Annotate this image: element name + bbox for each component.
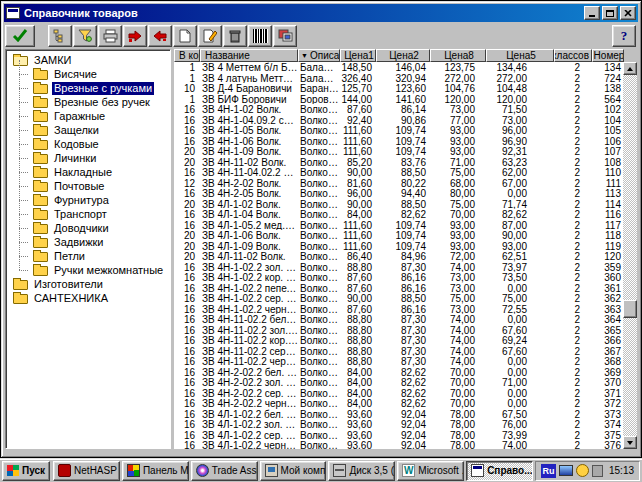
- table-row[interactable]: 16 ЗВ 4Н-2-02.2 сер. Волк. Волковь… 84,0…: [174, 388, 623, 399]
- table-row[interactable]: 16 ЗВ 4Н-11-04.02.2 мед.р… Волковь… 90,0…: [174, 167, 623, 178]
- tree-item[interactable]: Фурнитура: [7, 193, 169, 207]
- table-row[interactable]: 16 ЗВ 4Н-1-05 Волк. Волковь… 111,60 109,…: [174, 125, 623, 136]
- table-row[interactable]: 16 ЗВ 4Н-1-02 Волк. Волковь… 87,60 86,14…: [174, 104, 623, 115]
- table-row[interactable]: 1 ЗВ 4 латунь Меттем б/… Балашиха 326,40…: [174, 73, 623, 84]
- delete-button[interactable]: [223, 25, 247, 47]
- table-row[interactable]: 16 ЗВ 4Л-1-02.2 зол. Волк. Волковь… 93,6…: [174, 419, 623, 430]
- tree-item-label[interactable]: Врезные без ручек: [52, 96, 152, 109]
- table-row[interactable]: 16 ЗВ 4Н-2-05 Волк. Волковь… 96,00 94,40…: [174, 188, 623, 199]
- table-row[interactable]: 16 ЗВ 4Л-1-02.2 черн. Волк. Волковь… 93,…: [174, 440, 623, 449]
- column-header[interactable]: Цена1: [340, 49, 376, 62]
- tree-item[interactable]: Висячие: [7, 67, 169, 81]
- column-header[interactable]: к классов: [554, 49, 592, 62]
- table-row[interactable]: 12 ЗВ 4Н-2-02 Волк. Волковь… 81,60 80,22…: [174, 178, 623, 189]
- table-row[interactable]: 1 ЗВ БИФ Боровичи Боровичи 144,00 141,60…: [174, 94, 623, 105]
- keyboard-layout-indicator[interactable]: Ru: [541, 464, 556, 478]
- barcode-button[interactable]: [248, 25, 272, 47]
- task-button[interactable]: Диск 3,5 (...: [328, 461, 395, 481]
- tree-item[interactable]: САНТЕХНИКА: [7, 291, 169, 305]
- scrollbar-thumb[interactable]: [623, 300, 637, 318]
- help-button[interactable]: ?: [612, 25, 636, 47]
- tree-item-label[interactable]: Кодовые: [52, 138, 101, 151]
- titlebar[interactable]: Справочник товаров: [4, 4, 638, 22]
- tree-item[interactable]: Изготовители: [7, 277, 169, 291]
- tree-item-label[interactable]: Изготовители: [32, 278, 105, 291]
- scroll-down-button[interactable]: [623, 436, 637, 449]
- table-row[interactable]: 20 ЗВ 4Л-1-06 Волк. Волковь… 111,60 109,…: [174, 230, 623, 241]
- table-row[interactable]: 1 ЗВ 4 Меттем б/л Б-ха Балашиха 148,50 1…: [174, 62, 623, 73]
- display-icon[interactable]: [559, 465, 573, 476]
- tree-item-label[interactable]: Личинки: [52, 152, 98, 165]
- new-document-button[interactable]: [173, 25, 197, 47]
- tree-item-label[interactable]: Накладные: [52, 166, 114, 179]
- minimize-button[interactable]: [584, 6, 600, 20]
- color-cards-button[interactable]: [273, 25, 297, 47]
- tree-item[interactable]: Петли: [7, 249, 169, 263]
- table-row[interactable]: 16 ЗВ 4Н-1-02.2 сер. Волк. Волковь… 90,0…: [174, 293, 623, 304]
- print-button[interactable]: [98, 25, 122, 47]
- filter-button[interactable]: [73, 25, 97, 47]
- column-header[interactable]: Цена8: [430, 49, 486, 62]
- tree-item-label[interactable]: Транспорт: [52, 208, 109, 221]
- table-row[interactable]: 16 ЗВ 4Н-11-02.2 кор. Вол… Волковь… 88,8…: [174, 335, 623, 346]
- column-header[interactable]: Номер: [592, 49, 624, 62]
- tree-item[interactable]: Личинки: [7, 151, 169, 165]
- table-row[interactable]: 16 ЗВ 4Л-1-02.2 бел. Волк. Волковь… 93,6…: [174, 409, 623, 420]
- tree-item[interactable]: Доводчики: [7, 221, 169, 235]
- tree-item[interactable]: Защелки: [7, 123, 169, 137]
- table-row[interactable]: 16 ЗВ 4Н-1-02.2 пепел.Вол… Волковь… 87,6…: [174, 283, 623, 294]
- table-row[interactable]: 16 ЗВ 4Н-1-02.2 кор. Волк Волковь… 87,60…: [174, 272, 623, 283]
- tree-item[interactable]: Гаражные: [7, 109, 169, 123]
- add-record-button[interactable]: [123, 25, 147, 47]
- column-header[interactable]: ▼ Описан: [298, 49, 340, 62]
- remove-record-button[interactable]: [148, 25, 172, 47]
- task-button[interactable]: Trade Assi...: [191, 461, 258, 481]
- task-button[interactable]: Мой комп...: [260, 461, 327, 481]
- tree-item-label[interactable]: Почтовые: [52, 180, 106, 193]
- column-header[interactable]: Цена2: [376, 49, 430, 62]
- tree-item-label[interactable]: Доводчики: [52, 222, 111, 235]
- table-row[interactable]: 16 ЗВ 4Н-1-06 Волк. Волковь… 111,60 109,…: [174, 136, 623, 147]
- table-row[interactable]: 20 ЗВ 4Н-1-09 Волк. Волковь… 111,60 109,…: [174, 146, 623, 157]
- table-row[interactable]: 10 ЗВ Д-4 Барановичи Баранов… 125,70 123…: [174, 83, 623, 94]
- task-button[interactable]: W Microsoft ...: [397, 461, 464, 481]
- table-row[interactable]: 16 ЗВ 4Н-11-02.2 зол. Вол… Волковь… 88,8…: [174, 325, 623, 336]
- table-row[interactable]: 16 ЗВ 4Н-11-02.2 бел. Вол… Волковь… 88,8…: [174, 314, 623, 325]
- edit-document-button[interactable]: [198, 25, 222, 47]
- tree-item-label[interactable]: Защелки: [52, 124, 101, 137]
- tree-item-label[interactable]: Фурнитура: [52, 194, 111, 207]
- tree-item-label[interactable]: САНТЕХНИКА: [32, 292, 110, 305]
- table-row[interactable]: 16 ЗВ 4Л-1-05.2 мед.р. Во… Волковь… 111,…: [174, 220, 623, 231]
- tree-item-label[interactable]: Петли: [52, 250, 87, 263]
- tree-item-label[interactable]: Ручки межкомнатные: [52, 264, 165, 277]
- tree-item[interactable]: Транспорт: [7, 207, 169, 221]
- column-header[interactable]: Цена5: [486, 49, 554, 62]
- tree-item[interactable]: Накладные: [7, 165, 169, 179]
- maximize-button[interactable]: [602, 6, 618, 20]
- table-row[interactable]: 16 ЗВ 4Л-1-02.2 сер. Волк. Волковь… 93,6…: [174, 430, 623, 441]
- tree-item[interactable]: Задвижки: [7, 235, 169, 249]
- tree-item-label[interactable]: Гаражные: [52, 110, 107, 123]
- table-row[interactable]: 16 ЗВ 4Н-2-02.2 бел. Волк. Волковь… 84,0…: [174, 367, 623, 378]
- clock-icon[interactable]: [576, 464, 589, 477]
- tree-item[interactable]: Почтовые: [7, 179, 169, 193]
- scroll-up-button[interactable]: [623, 62, 637, 75]
- task-button[interactable]: Справо...: [466, 461, 533, 481]
- table-row[interactable]: 20 ЗВ 4Л-11-02 Волк. Волковь… 86,40 84,9…: [174, 251, 623, 262]
- close-button[interactable]: [620, 6, 636, 20]
- tree-item-label[interactable]: ЗАМКИ: [32, 54, 73, 67]
- table-row[interactable]: 16 ЗВ 4Н-2-02.2 зол. Волк. Волковь… 84,0…: [174, 377, 623, 388]
- table-row[interactable]: 20 ЗВ 4Л-1-02 Волк. Волковь… 90,00 88,50…: [174, 199, 623, 210]
- task-button[interactable]: NetHASP ...: [53, 461, 120, 481]
- vertical-scrollbar[interactable]: [623, 62, 637, 449]
- table-row[interactable]: 16 ЗВ 4Н-1-04.09.2 сер. Вс… Волковь… 92,…: [174, 115, 623, 126]
- table-row[interactable]: 20 ЗВ 4Л-1-09 Волк. Волковь… 111,60 109,…: [174, 241, 623, 252]
- table-row[interactable]: 16 ЗВ 4Л-1-04 Волк. Волковь… 84,00 82,62…: [174, 209, 623, 220]
- tree-item[interactable]: ЗАМКИ: [7, 53, 169, 67]
- table-row[interactable]: 16 ЗВ 4Н-11-02.2 сер.Волк. Волковь… 88,8…: [174, 346, 623, 357]
- table-row[interactable]: 16 ЗВ 4Н-1-02.2 черн. Волк. Волковь… 87,…: [174, 304, 623, 315]
- confirm-button[interactable]: [5, 25, 35, 47]
- scheduler-icon[interactable]: [592, 465, 603, 477]
- tree-item[interactable]: Кодовые: [7, 137, 169, 151]
- table-row[interactable]: 16 ЗВ 4Н-2-02.2 черн. Волк. Волковь… 84,…: [174, 398, 623, 409]
